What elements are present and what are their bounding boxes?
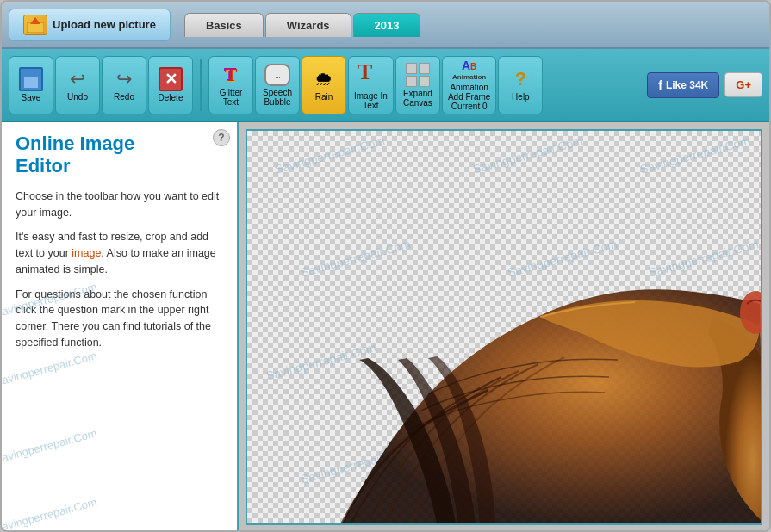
undo-label: Undo: [67, 92, 88, 102]
sidebar-paragraph-2: It's easy and fast to resize, crop and a…: [16, 229, 223, 277]
rain-icon: 🌧: [314, 68, 333, 90]
upload-icon: [23, 15, 47, 35]
expand-canvas-icon: [406, 63, 430, 87]
sidebar-help-button[interactable]: ?: [213, 129, 230, 146]
glitter-text-button[interactable]: T GlitterText: [208, 56, 253, 114]
animation-button[interactable]: AB Animation AnimationAdd FrameCurrent 0: [442, 56, 496, 114]
undo-button[interactable]: ↩ Undo: [55, 56, 100, 114]
glitter-text-label: GlitterText: [220, 88, 243, 107]
save-label: Save: [22, 93, 41, 102]
delete-button[interactable]: ✕ Delete: [148, 56, 193, 114]
expand-canvas-label: ExpandCanvas: [403, 89, 432, 108]
tab-wizards[interactable]: Wizards: [265, 13, 351, 37]
sidebar: ? Online ImageEditor Choose in the toolb…: [2, 122, 239, 530]
redo-icon: ↪: [116, 68, 132, 90]
sidebar-watermark-2: Savingperrepair.Com: [2, 349, 98, 388]
redo-label: Redo: [114, 92, 134, 102]
help-icon: ?: [515, 68, 526, 90]
save-button[interactable]: Save: [9, 56, 53, 114]
undo-icon: ↩: [70, 68, 85, 90]
glitter-text-icon: T: [225, 64, 238, 86]
toolbar: Save ↩ Undo ↪ Redo ✕ Delete T GlitterTex…: [2, 49, 769, 122]
sidebar-watermark-4: Savingperrepair.Com: [2, 495, 98, 530]
toolbar-separator-1: [200, 59, 202, 111]
animation-icon: AB Animation: [452, 59, 486, 81]
save-icon: [19, 67, 43, 91]
rain-button[interactable]: 🌧 Rain: [302, 56, 346, 114]
upload-label: Upload new picture: [53, 18, 156, 31]
image-in-text-icon: T: [357, 60, 384, 90]
facebook-like-button[interactable]: f Like 34K: [647, 72, 719, 98]
delete-icon: ✕: [159, 67, 183, 91]
app-container: Upload new picture Basics Wizards 2013 S…: [0, 0, 771, 532]
delete-label: Delete: [159, 93, 183, 102]
sidebar-watermark-3: Savingperrepair.Com: [2, 426, 98, 466]
expand-canvas-button[interactable]: ExpandCanvas: [395, 56, 440, 114]
tabs-area: Basics Wizards 2013: [184, 13, 421, 37]
top-bar: Upload new picture Basics Wizards 2013: [2, 2, 769, 49]
tab-2013[interactable]: 2013: [353, 13, 421, 37]
toolbar-file-group: Save ↩ Undo ↪ Redo ✕ Delete: [9, 56, 193, 114]
upload-button[interactable]: Upload new picture: [9, 9, 171, 41]
image-in-text-label: Image InText: [354, 91, 388, 110]
toolbar-effects-group: T GlitterText SpeechBubble 🌧 Rain T: [208, 56, 543, 114]
social-area: f Like 34K G+: [647, 72, 762, 98]
help-button[interactable]: ? Help: [498, 56, 543, 114]
speech-bubble-button[interactable]: SpeechBubble: [255, 56, 300, 114]
gplus-label: G+: [736, 78, 751, 91]
tab-basics[interactable]: Basics: [184, 13, 264, 37]
sidebar-paragraph-1: Choose in the toolbar how you want to ed…: [16, 189, 223, 221]
canvas-area[interactable]: Savingperrepair.Com Savingperrepair.Com …: [239, 122, 769, 530]
svg-marker-1: [30, 17, 40, 24]
speech-bubble-label: SpeechBubble: [263, 88, 292, 107]
eagle-wing-image: [299, 145, 762, 523]
sidebar-title: Online ImageEditor: [16, 133, 223, 178]
image-in-text-button[interactable]: T Image InText: [348, 56, 394, 114]
fb-icon: f: [658, 78, 662, 92]
animation-label: AnimationAdd FrameCurrent 0: [448, 83, 490, 111]
google-plus-button[interactable]: G+: [724, 72, 762, 97]
redo-button[interactable]: ↪ Redo: [102, 56, 146, 114]
speech-bubble-icon: [264, 64, 290, 86]
help-label: Help: [512, 92, 530, 102]
svg-text:T: T: [358, 60, 372, 84]
main-content: ? Online ImageEditor Choose in the toolb…: [2, 122, 769, 530]
fb-like-label: Like 34K: [666, 79, 708, 91]
canvas-inner: Savingperrepair.Com Savingperrepair.Com …: [246, 129, 762, 525]
rain-label: Rain: [315, 92, 333, 102]
